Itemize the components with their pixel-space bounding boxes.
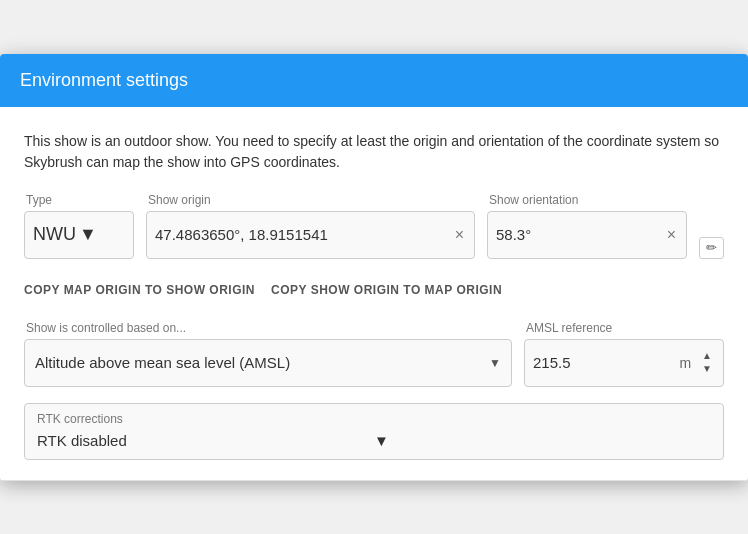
rtk-chevron-icon: ▼ bbox=[374, 432, 711, 449]
orientation-edit-button[interactable]: ✏ bbox=[699, 237, 724, 259]
altitude-value: Altitude above mean sea level (AMSL) bbox=[35, 354, 489, 371]
fields-row-2: Show is controlled based on... Altitude … bbox=[24, 321, 724, 387]
amsl-stepper: ▲ ▼ bbox=[699, 350, 715, 375]
copy-show-to-map-button[interactable]: COPY SHOW ORIGIN TO MAP ORIGIN bbox=[271, 279, 502, 301]
orientation-input-wrapper: × bbox=[487, 211, 687, 259]
environment-settings-dialog: Environment settings This show is an out… bbox=[0, 54, 748, 481]
orientation-field: Show orientation × bbox=[487, 193, 687, 259]
type-chevron-icon: ▼ bbox=[79, 224, 125, 245]
origin-input[interactable] bbox=[155, 226, 453, 243]
type-value: NWU bbox=[33, 224, 79, 245]
type-field: Type NWU ▼ bbox=[24, 193, 134, 259]
origin-label: Show origin bbox=[146, 193, 475, 207]
origin-input-wrapper: × bbox=[146, 211, 475, 259]
amsl-label: AMSL reference bbox=[524, 321, 724, 335]
description-text: This show is an outdoor show. You need t… bbox=[24, 131, 724, 173]
orientation-actions: ✏ bbox=[699, 237, 724, 259]
action-buttons-row: COPY MAP ORIGIN TO SHOW ORIGIN COPY SHOW… bbox=[24, 275, 724, 305]
altitude-field: Show is controlled based on... Altitude … bbox=[24, 321, 512, 387]
rtk-select[interactable]: RTK disabled ▼ bbox=[25, 428, 723, 459]
dialog-body: This show is an outdoor show. You need t… bbox=[0, 107, 748, 480]
type-label: Type bbox=[24, 193, 134, 207]
orientation-label: Show orientation bbox=[487, 193, 687, 207]
amsl-increment-button[interactable]: ▲ bbox=[699, 350, 715, 362]
altitude-label: Show is controlled based on... bbox=[24, 321, 512, 335]
copy-map-to-show-button[interactable]: COPY MAP ORIGIN TO SHOW ORIGIN bbox=[24, 279, 255, 301]
orientation-clear-button[interactable]: × bbox=[665, 227, 678, 243]
origin-clear-button[interactable]: × bbox=[453, 227, 466, 243]
bottom-divider bbox=[0, 480, 748, 481]
dialog-header: Environment settings bbox=[0, 54, 748, 107]
amsl-field: AMSL reference m ▲ ▼ bbox=[524, 321, 724, 387]
dialog-title: Environment settings bbox=[20, 70, 188, 90]
orientation-input[interactable] bbox=[496, 226, 665, 243]
fields-row-1: Type NWU ▼ Show origin × Show orientatio… bbox=[24, 193, 724, 259]
amsl-unit-label: m bbox=[679, 355, 691, 371]
altitude-select[interactable]: Altitude above mean sea level (AMSL) ▼ bbox=[24, 339, 512, 387]
type-select[interactable]: NWU ▼ bbox=[24, 211, 134, 259]
rtk-value: RTK disabled bbox=[37, 432, 374, 449]
origin-field: Show origin × bbox=[146, 193, 475, 259]
rtk-label: RTK corrections bbox=[25, 404, 723, 428]
amsl-decrement-button[interactable]: ▼ bbox=[699, 363, 715, 375]
amsl-input-wrapper: m ▲ ▼ bbox=[524, 339, 724, 387]
altitude-chevron-icon: ▼ bbox=[489, 356, 501, 370]
rtk-field[interactable]: RTK corrections RTK disabled ▼ bbox=[24, 403, 724, 460]
amsl-input[interactable] bbox=[533, 354, 671, 371]
